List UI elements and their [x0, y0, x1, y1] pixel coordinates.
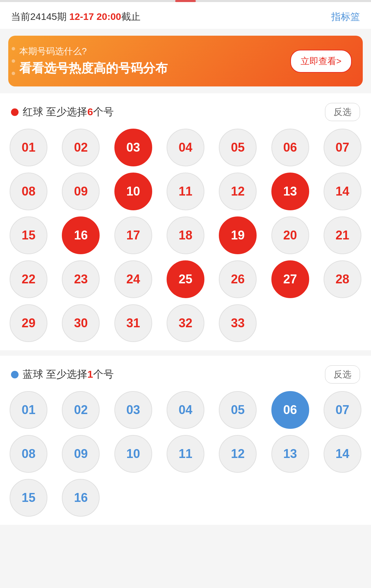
blue-ball-03[interactable]: 03	[114, 391, 152, 429]
red-ball-05[interactable]: 05	[219, 129, 257, 166]
red-ball-28[interactable]: 28	[324, 260, 361, 298]
red-ball-33[interactable]: 33	[219, 304, 257, 342]
blue-ball-label: 蓝球 至少选择1个号	[11, 367, 114, 381]
blue-ball-12[interactable]: 12	[219, 435, 257, 473]
blue-ball-reverse-btn[interactable]: 反选	[325, 365, 360, 384]
banner-decoration	[8, 36, 29, 86]
period-datetime: 12-17 20:00	[67, 11, 121, 22]
section-divider	[0, 350, 371, 356]
red-ball-10[interactable]: 10	[114, 173, 152, 210]
red-ball-16[interactable]: 16	[62, 216, 100, 254]
red-ball-26[interactable]: 26	[219, 260, 257, 298]
banner-text: 本期号码选什么? 看看选号热度高的号码分布	[19, 45, 168, 77]
blue-ball-06[interactable]: 06	[271, 391, 309, 429]
blue-ball-01[interactable]: 01	[10, 391, 47, 429]
red-ball-07[interactable]: 07	[324, 129, 361, 166]
blue-ball-08[interactable]: 08	[10, 435, 47, 473]
header-period: 当前24145期 12-17 20:00截止	[11, 10, 140, 23]
red-ball-01[interactable]: 01	[10, 129, 47, 166]
blue-ball-11[interactable]: 11	[167, 435, 204, 473]
blue-ball-15[interactable]: 15	[10, 479, 47, 517]
red-ball-grid: 0102030405060708091011121314151617181920…	[0, 125, 371, 350]
blue-ball-07[interactable]: 07	[324, 391, 361, 429]
red-ball-31[interactable]: 31	[114, 304, 152, 342]
blue-ball-05[interactable]: 05	[219, 391, 257, 429]
blue-ball-label-text: 蓝球 至少选择1个号	[23, 367, 114, 381]
red-ball-11[interactable]: 11	[167, 173, 204, 210]
period-text: 当前24145期	[11, 11, 67, 22]
blue-ball-14[interactable]: 14	[324, 435, 361, 473]
red-ball-06[interactable]: 06	[271, 129, 309, 166]
red-ball-08[interactable]: 08	[10, 173, 47, 210]
red-ball-label: 红球 至少选择6个号	[11, 105, 114, 119]
banner-title: 看看选号热度高的号码分布	[19, 60, 168, 77]
blue-ball-13[interactable]: 13	[271, 435, 309, 473]
red-ball-18[interactable]: 18	[167, 216, 204, 254]
red-ball-22[interactable]: 22	[10, 260, 47, 298]
blue-ball-16[interactable]: 16	[62, 479, 100, 517]
red-ball-12[interactable]: 12	[219, 173, 257, 210]
red-ball-25[interactable]: 25	[167, 260, 204, 298]
red-ball-20[interactable]: 20	[271, 216, 309, 254]
red-ball-29[interactable]: 29	[10, 304, 47, 342]
red-ball-23[interactable]: 23	[62, 260, 100, 298]
red-dot-icon	[11, 108, 19, 116]
red-ball-21[interactable]: 21	[324, 216, 361, 254]
blue-ball-header: 蓝球 至少选择1个号 反选	[0, 356, 371, 388]
red-ball-27[interactable]: 27	[271, 260, 309, 298]
red-ball-reverse-btn[interactable]: 反选	[325, 103, 360, 121]
banner-subtitle: 本期号码选什么?	[19, 45, 168, 57]
red-ball-header: 红球 至少选择6个号 反选	[0, 93, 371, 125]
red-ball-13[interactable]: 13	[271, 173, 309, 210]
red-ball-09[interactable]: 09	[62, 173, 100, 210]
red-ball-32[interactable]: 32	[167, 304, 204, 342]
blue-dot-icon	[11, 371, 19, 378]
blue-ball-04[interactable]: 04	[167, 391, 204, 429]
red-ball-15[interactable]: 15	[10, 216, 47, 254]
blue-ball-02[interactable]: 02	[62, 391, 100, 429]
top-bar-pill	[175, 0, 196, 2]
header: 当前24145期 12-17 20:00截止 指标篮	[0, 2, 371, 29]
red-ball-02[interactable]: 02	[62, 129, 100, 166]
red-ball-label-text: 红球 至少选择6个号	[23, 105, 114, 119]
red-ball-14[interactable]: 14	[324, 173, 361, 210]
red-ball-04[interactable]: 04	[167, 129, 204, 166]
blue-ball-grid: 01020304050607080910111213141516	[0, 388, 371, 525]
red-ball-03[interactable]: 03	[114, 129, 152, 166]
blue-ball-09[interactable]: 09	[62, 435, 100, 473]
red-ball-24[interactable]: 24	[114, 260, 152, 298]
red-ball-19[interactable]: 19	[219, 216, 257, 254]
index-basket-btn[interactable]: 指标篮	[331, 10, 360, 23]
red-ball-17[interactable]: 17	[114, 216, 152, 254]
red-ball-30[interactable]: 30	[62, 304, 100, 342]
banner-button[interactable]: 立即查看>	[290, 50, 352, 73]
banner: 本期号码选什么? 看看选号热度高的号码分布 立即查看>	[8, 36, 363, 86]
blue-ball-10[interactable]: 10	[114, 435, 152, 473]
